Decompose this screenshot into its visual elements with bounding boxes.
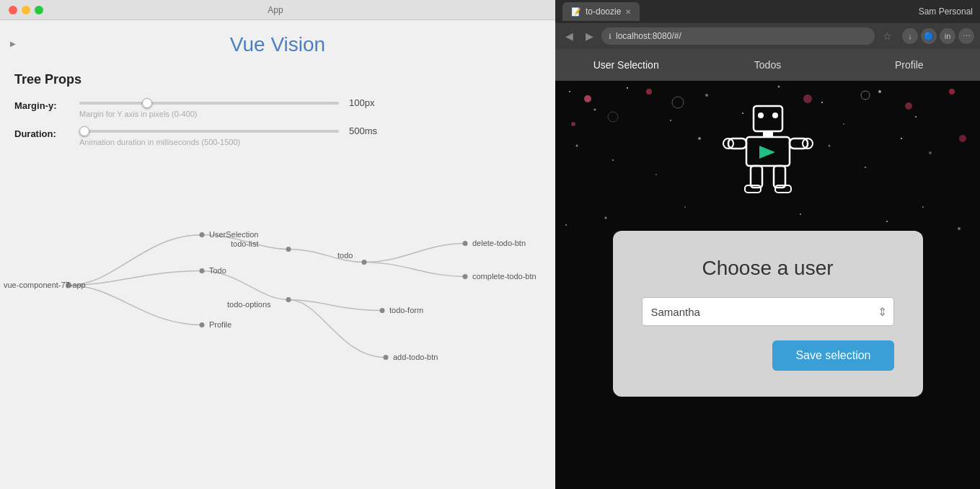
nav-profile[interactable]: Profile bbox=[839, 50, 980, 79]
svg-text:add-todo-btn: add-todo-btn bbox=[393, 353, 438, 361]
svg-point-22 bbox=[569, 91, 570, 92]
duration-row: Duration: 500ms Animation duration in mi… bbox=[14, 125, 541, 146]
svg-point-58 bbox=[959, 135, 966, 142]
svg-point-53 bbox=[646, 89, 652, 94]
svg-point-18 bbox=[380, 308, 385, 313]
svg-point-51 bbox=[958, 227, 961, 230]
svg-point-47 bbox=[800, 213, 801, 215]
browser-tab[interactable]: 📝 to-doozie ✕ bbox=[562, 2, 640, 21]
svg-point-42 bbox=[565, 224, 567, 226]
left-panel: App Vue Vision Tree Props Margin-y: 100p… bbox=[0, 0, 555, 489]
mac-titlebar: App bbox=[0, 0, 555, 20]
svg-point-4 bbox=[200, 268, 205, 273]
svg-point-49 bbox=[886, 221, 888, 222]
svg-point-32 bbox=[915, 116, 917, 118]
sidebar-toggle[interactable] bbox=[6, 36, 20, 50]
browser-chrome: 📝 to-doozie ✕ Sam Personal ◀ ▶ ℹ localho… bbox=[555, 0, 980, 49]
ext-btn-3[interactable]: in bbox=[940, 28, 955, 44]
svg-point-30 bbox=[843, 123, 844, 125]
margin-y-row: Margin-y: 100px Margin for Y axis in pix… bbox=[14, 97, 541, 118]
svg-point-50 bbox=[922, 206, 924, 208]
svg-point-16 bbox=[286, 297, 291, 302]
forward-button[interactable]: ▶ bbox=[581, 28, 597, 44]
svg-point-34 bbox=[612, 159, 614, 161]
duration-label: Duration: bbox=[14, 125, 79, 139]
app-navbar: User Selection Todos Profile bbox=[555, 49, 980, 81]
svg-point-10 bbox=[362, 260, 367, 265]
svg-point-52 bbox=[584, 95, 591, 102]
margin-y-value: 100px bbox=[349, 97, 385, 108]
tab-close-icon[interactable]: ✕ bbox=[625, 8, 631, 16]
svg-point-2 bbox=[200, 232, 205, 237]
tree-props-title: Tree Props bbox=[14, 72, 541, 87]
svg-point-56 bbox=[949, 89, 955, 94]
nav-profile-label: Profile bbox=[895, 59, 924, 71]
svg-text:vue-component-77-app: vue-component-77-app bbox=[4, 281, 86, 289]
margin-y-control: 100px Margin for Y axis in pixels (0-400… bbox=[79, 97, 541, 118]
browser-topbar: 📝 to-doozie ✕ Sam Personal bbox=[555, 0, 980, 23]
svg-point-24 bbox=[627, 87, 628, 89]
svg-text:complete-todo-btn: complete-todo-btn bbox=[472, 272, 537, 281]
right-panel: 📝 to-doozie ✕ Sam Personal ◀ ▶ ℹ localho… bbox=[555, 0, 980, 489]
address-field[interactable]: ℹ localhost:8080/#/ bbox=[601, 27, 875, 45]
app-title-bar: App bbox=[4, 5, 547, 15]
svg-text:Todo: Todo bbox=[209, 266, 226, 275]
svg-rect-73 bbox=[774, 166, 785, 188]
lock-icon: ℹ bbox=[609, 32, 612, 40]
nav-todos-label: Todos bbox=[754, 59, 781, 71]
bookmark-icon[interactable]: ☆ bbox=[879, 28, 895, 44]
tree-props-section: Tree Props Margin-y: 100px Margin for Y … bbox=[0, 65, 555, 161]
svg-point-39 bbox=[865, 167, 866, 168]
svg-point-31 bbox=[878, 90, 881, 93]
svg-point-43 bbox=[605, 217, 607, 219]
svg-rect-75 bbox=[775, 185, 791, 193]
svg-text:UserSelection: UserSelection bbox=[209, 230, 258, 239]
svg-point-55 bbox=[905, 102, 912, 110]
svg-rect-62 bbox=[754, 106, 782, 131]
svg-point-20 bbox=[384, 355, 389, 360]
user-select[interactable]: Samantha John Jane Bob bbox=[642, 297, 894, 326]
space-background: Choose a user Samantha John Jane Bob ⇕ S… bbox=[555, 81, 980, 489]
svg-point-25 bbox=[670, 120, 671, 121]
duration-control: 500ms Animation duration in milliseconds… bbox=[79, 125, 541, 146]
duration-slider[interactable] bbox=[79, 130, 339, 133]
user-select-wrapper: Samantha John Jane Bob ⇕ bbox=[642, 297, 894, 326]
ext-btn-4[interactable]: ⋯ bbox=[958, 28, 974, 44]
svg-text:delete-todo-btn: delete-todo-btn bbox=[472, 239, 526, 247]
margin-y-slider[interactable] bbox=[79, 102, 339, 105]
svg-point-57 bbox=[571, 122, 575, 126]
svg-text:todo: todo bbox=[337, 251, 353, 260]
nav-user-selection-label: User Selection bbox=[593, 59, 659, 71]
browser-tab-title: to-doozie bbox=[586, 6, 621, 17]
svg-rect-72 bbox=[751, 166, 762, 188]
svg-point-64 bbox=[772, 113, 778, 118]
svg-point-23 bbox=[594, 109, 596, 111]
address-url: localhost:8080/#/ bbox=[616, 31, 681, 41]
svg-point-63 bbox=[758, 113, 764, 118]
ext-btn-1[interactable]: ↓ bbox=[902, 28, 918, 44]
vue-vision-title: Vue Vision bbox=[0, 20, 555, 65]
svg-point-45 bbox=[684, 206, 686, 208]
nav-todos[interactable]: Todos bbox=[697, 50, 838, 79]
save-selection-button[interactable]: Save selection bbox=[772, 340, 893, 371]
back-button[interactable]: ◀ bbox=[561, 28, 577, 44]
svg-text:todo-options: todo-options bbox=[227, 300, 271, 309]
svg-point-14 bbox=[463, 274, 468, 279]
svg-point-28 bbox=[778, 86, 780, 88]
svg-point-36 bbox=[698, 137, 701, 140]
svg-point-6 bbox=[200, 322, 205, 327]
browser-user-label: Sam Personal bbox=[919, 6, 973, 17]
svg-marker-67 bbox=[759, 146, 775, 159]
tree-svg: .tree-line { fill: none; stroke: #bbb; s… bbox=[0, 161, 555, 489]
ext-btn-2[interactable]: 🔵 bbox=[921, 28, 937, 44]
svg-text:todo-list: todo-list bbox=[231, 239, 259, 248]
svg-point-61 bbox=[608, 112, 618, 122]
margin-y-label: Margin-y: bbox=[14, 97, 79, 111]
duration-hint: Animation duration in milliseconds (500-… bbox=[79, 138, 541, 146]
svg-point-59 bbox=[672, 97, 684, 108]
nav-user-selection[interactable]: User Selection bbox=[555, 50, 697, 79]
robot-illustration bbox=[703, 92, 833, 207]
svg-point-33 bbox=[576, 145, 578, 147]
svg-point-12 bbox=[463, 241, 468, 246]
tree-diagram: .tree-line { fill: none; stroke: #bbb; s… bbox=[0, 161, 555, 489]
